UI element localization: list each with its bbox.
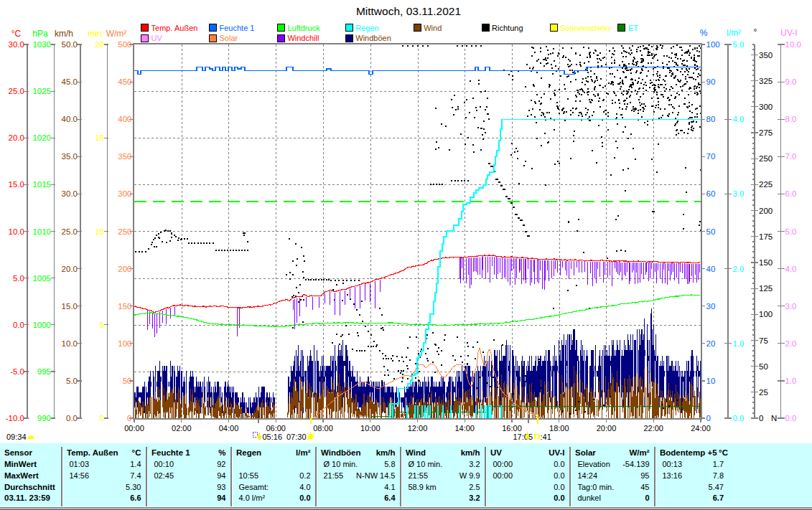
svg-text:100: 100 [118,339,131,348]
svg-text:Sensor: Sensor [4,448,33,457]
svg-text:1.7: 1.7 [713,460,724,468]
svg-text:Regen: Regen [236,448,261,457]
svg-text:15: 15 [95,133,104,142]
svg-text:400: 400 [118,115,131,123]
svg-text:92: 92 [217,460,225,468]
svg-text:10.0: 10.0 [785,40,801,49]
svg-text:40: 40 [706,265,716,273]
svg-text:300: 300 [759,103,773,111]
svg-text:2.0: 2.0 [733,265,745,273]
svg-text:4.0: 4.0 [733,115,745,123]
svg-text:20: 20 [706,339,716,348]
svg-text:990: 990 [37,414,51,422]
svg-text:°C: °C [11,29,22,39]
svg-text:Durchschnitt: Durchschnitt [4,483,55,491]
svg-text:02:00: 02:00 [172,424,192,433]
svg-text:5.47: 5.47 [709,483,724,491]
svg-text:5.0: 5.0 [66,377,78,385]
svg-text:6.4: 6.4 [384,494,396,502]
svg-text:250: 250 [118,227,131,236]
svg-text:25: 25 [759,388,768,397]
svg-text:l/m²: l/m² [727,28,741,38]
svg-text:W/m²: W/m² [106,29,127,39]
svg-text:Windchill: Windchill [287,34,319,42]
svg-text:14:56: 14:56 [70,471,90,480]
svg-text:06:00: 06:00 [266,424,286,433]
svg-text:00:10: 00:10 [154,460,174,468]
svg-text:40.0: 40.0 [62,115,78,123]
svg-text:Tag:0 min.: Tag:0 min. [578,483,615,491]
svg-text:30.0: 30.0 [9,40,24,49]
svg-text:Temp. Außen: Temp. Außen [151,24,198,32]
svg-text:16:00: 16:00 [502,424,522,433]
svg-text:1010: 1010 [32,227,51,236]
svg-text:200: 200 [118,265,131,273]
svg-text:05:16: 05:16 [263,433,283,441]
svg-text:-54.139: -54.139 [622,460,649,468]
svg-text:Wind: Wind [406,448,426,457]
svg-text:100: 100 [706,40,720,49]
svg-text:95: 95 [640,471,649,480]
svg-text:50.0: 50.0 [62,40,78,49]
svg-text:10:55: 10:55 [239,471,259,480]
svg-text:350: 350 [759,51,773,60]
svg-text:03.11. 23:59: 03.11. 23:59 [4,494,50,502]
svg-text:N-NW 14.5: N-NW 14.5 [356,471,395,480]
svg-text:ET: ET [628,24,638,32]
svg-text:UV-I: UV-I [780,28,797,38]
svg-text:60: 60 [706,189,716,198]
svg-text:94: 94 [217,494,226,502]
svg-text:45: 45 [640,483,649,491]
svg-text:Ø 10 min.: Ø 10 min. [409,460,443,468]
svg-text:UV: UV [151,34,163,42]
svg-text:125: 125 [759,284,773,293]
svg-text:1000: 1000 [32,321,51,329]
svg-text:km/h: km/h [55,29,73,39]
svg-text:-10.0: -10.0 [6,414,24,422]
svg-text:3.2: 3.2 [469,460,480,468]
svg-text:6.6: 6.6 [130,494,141,502]
svg-text:l/m²: l/m² [296,448,311,457]
svg-text:1030: 1030 [32,40,51,49]
svg-text:°C: °C [719,448,728,457]
svg-text:7.4: 7.4 [130,471,141,480]
svg-text:21:55: 21:55 [324,471,344,480]
svg-text:50: 50 [759,362,768,371]
svg-text:0.0: 0.0 [66,414,78,422]
svg-text:Feuchte 1: Feuchte 1 [151,448,190,457]
svg-text:3.0: 3.0 [785,302,797,311]
svg-text:Solar: Solar [575,448,596,457]
svg-text:1015: 1015 [32,180,51,189]
svg-text:1.0: 1.0 [733,339,745,348]
svg-text:10: 10 [95,227,104,236]
svg-text:04:00: 04:00 [219,424,239,433]
svg-text:18:00: 18:00 [549,424,569,433]
svg-text:450: 450 [118,77,131,86]
svg-text:Windböen: Windböen [321,448,360,457]
svg-text:0: 0 [127,414,131,422]
svg-text:Luftdruck: Luftdruck [287,24,320,32]
svg-text:°C: °C [132,448,141,457]
svg-text:275: 275 [759,128,773,137]
svg-text:0.0: 0.0 [554,483,564,491]
svg-text:21:55: 21:55 [409,471,429,480]
svg-text:20: 20 [95,40,104,49]
svg-text:58.9 km: 58.9 km [409,483,437,491]
svg-text:3.2: 3.2 [469,494,480,502]
svg-text:0.0: 0.0 [733,414,745,422]
svg-text:12:00: 12:00 [408,424,428,433]
svg-text:4.0 l/m²: 4.0 l/m² [239,494,266,502]
svg-text:08:00: 08:00 [313,424,333,433]
svg-text:0.0: 0.0 [554,494,564,502]
svg-text:25.0: 25.0 [62,227,78,236]
svg-text:15.0: 15.0 [62,302,78,311]
svg-text:6.0: 6.0 [785,189,797,198]
svg-text:2.0: 2.0 [785,339,797,348]
svg-text:5.0: 5.0 [733,40,745,49]
svg-text:20.0: 20.0 [9,133,24,142]
svg-text:1.4: 1.4 [130,460,141,468]
svg-text:14:24: 14:24 [578,471,598,480]
svg-text:00:13: 00:13 [663,460,683,468]
svg-text:250: 250 [759,154,773,163]
svg-text:50: 50 [706,227,716,236]
